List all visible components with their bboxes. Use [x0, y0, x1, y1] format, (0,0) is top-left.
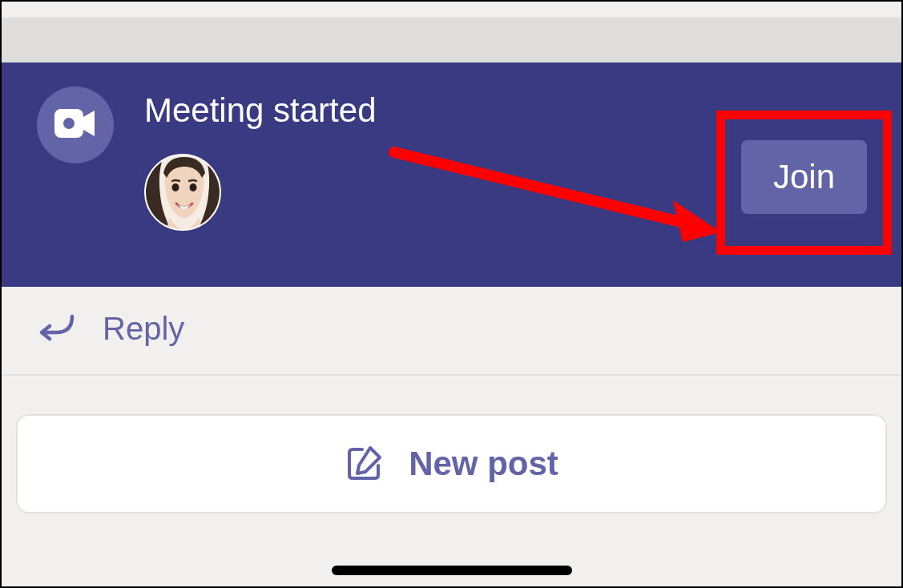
join-highlight-box: Join [716, 111, 892, 255]
reply-arrow-icon [37, 313, 75, 345]
participant-avatar [144, 154, 221, 231]
reply-label: Reply [103, 311, 184, 347]
meeting-camera-avatar [37, 87, 114, 163]
new-post-button[interactable]: New post [16, 414, 887, 513]
video-camera-icon [54, 109, 96, 141]
app-frame: Meeting started [0, 0, 903, 588]
join-button-label: Join [773, 158, 835, 195]
join-button[interactable]: Join [741, 140, 867, 214]
reply-button[interactable]: Reply [2, 287, 901, 376]
svg-point-4 [190, 183, 197, 191]
compose-icon [345, 443, 385, 485]
previous-reply-partial [2, 2, 901, 18]
meeting-started-card: Meeting started [2, 62, 901, 287]
home-indicator [332, 566, 572, 575]
composer-area: New post [2, 376, 901, 586]
svg-point-3 [172, 183, 179, 191]
separator-bar [2, 18, 901, 62]
new-post-label: New post [409, 445, 558, 483]
svg-point-1 [63, 118, 75, 129]
